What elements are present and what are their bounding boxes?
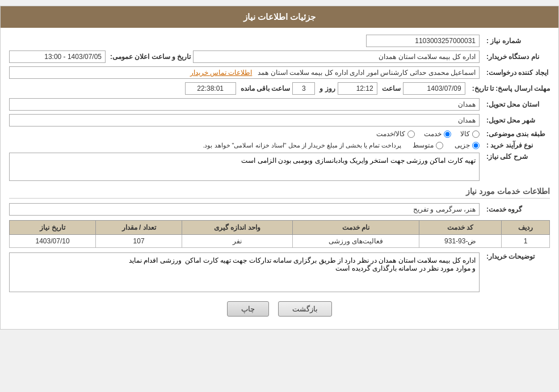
category-khadamat-radio[interactable]: [444, 130, 451, 138]
announce-label: تاریخ و ساعت اعلان عمومی:: [108, 53, 191, 61]
creator-value: اسماعیل محمدی حداثی کارشناس امور اداری ا…: [9, 66, 480, 79]
category-radio-group: کالا خدمت کالا/خدمت: [9, 130, 480, 138]
table-cell-date: 1403/07/10: [10, 235, 96, 248]
creator-label: ایجاد کننده درخواست:: [482, 69, 550, 77]
category-label: طبقه بندی موضوعی:: [482, 130, 550, 138]
need-number-value: 1103003257000031: [366, 35, 480, 47]
purchase-motavasset-radio[interactable]: [436, 142, 443, 149]
services-section-title: اطلاعات خدمات مورد نیاز: [9, 187, 550, 199]
table-cell-name: فعالیت‌های ورزشی: [292, 235, 419, 248]
need-number-label: شماره نیاز :: [482, 37, 550, 45]
table-cell-code: ض-93-931: [419, 235, 502, 248]
purchase-type-group: جزیی متوسط پرداخت تمام یا بخشی از مبلغ خ…: [9, 141, 480, 149]
buyer-org-value: اداره کل بیمه سلامت استان همدان: [193, 50, 480, 63]
province-label: استان محل تحویل:: [482, 100, 550, 108]
send-time-value: 12:12: [338, 82, 377, 95]
buyer-org-label: نام دستگاه خریدار:: [482, 53, 550, 61]
send-days-label: روز و: [317, 85, 335, 92]
description-label: شرح کلی نیاز:: [482, 153, 550, 161]
purchase-jozii-label: جزیی: [455, 141, 470, 149]
service-group-label: گروه خدمت:: [482, 205, 550, 213]
creator-contact-link[interactable]: اطلاعات تماس خریدار: [190, 69, 253, 77]
col-name: نام خدمت: [292, 221, 419, 235]
category-kala-khadamat-radio[interactable]: [407, 130, 415, 138]
purchase-type-label: نوع فرآیند خرید :: [482, 141, 550, 149]
category-kala-khadamat-item[interactable]: کالا/خدمت: [376, 130, 415, 138]
buyer-notes-textarea[interactable]: [9, 252, 480, 292]
category-kala-radio[interactable]: [472, 130, 480, 138]
back-button[interactable]: بازگشت: [278, 301, 332, 317]
table-cell-unit: نفر: [182, 235, 293, 248]
category-kala-khadamat-label: کالا/خدمت: [376, 130, 405, 138]
category-khadamat-label: خدمت: [424, 130, 442, 138]
service-group-value: هنر، سرگرمی و تفریح: [9, 203, 480, 216]
services-table: ردیف کد خدمت نام خدمت واحد اندازه گیری ت…: [9, 220, 550, 248]
col-date: تاریخ نیاز: [10, 221, 96, 235]
table-row: 1ض-93-931فعالیت‌های ورزشینفر1071403/07/1…: [10, 235, 550, 248]
send-time-label: ساعت: [380, 85, 401, 92]
province-value: همدان: [9, 98, 480, 111]
col-unit: واحد اندازه گیری: [182, 221, 293, 235]
send-remaining-label: ساعت باقی مانده: [238, 85, 291, 92]
purchase-text: پرداخت تمام یا بخشی از مبلغ خریدار از مح…: [203, 142, 401, 149]
category-kala-label: کالا: [460, 130, 470, 138]
print-button[interactable]: چاپ: [227, 301, 269, 317]
announce-value: 1403/07/05 - 13:00: [9, 50, 106, 63]
bottom-buttons: بازگشت چاپ: [9, 301, 550, 317]
buyer-notes-label: توضیحات خریدار:: [482, 252, 550, 260]
category-kala-item[interactable]: کالا: [460, 130, 480, 138]
category-khadamat-item[interactable]: خدمت: [424, 130, 451, 138]
description-textarea[interactable]: [9, 153, 480, 181]
services-table-section: ردیف کد خدمت نام خدمت واحد اندازه گیری ت…: [9, 220, 550, 248]
purchase-motavasset-label: متوسط: [413, 141, 434, 149]
send-date-value: 1403/07/09: [403, 82, 465, 95]
send-days-value: 3: [292, 82, 315, 95]
col-count: تعداد / مقدار: [96, 221, 182, 235]
purchase-motavasset-item[interactable]: متوسط: [413, 141, 443, 149]
page-title: جزئیات اطلاعات نیاز: [1, 6, 558, 28]
send-date-label: مهلت ارسال پاسخ: تا تاریخ:: [468, 85, 550, 92]
purchase-jozii-radio[interactable]: [472, 142, 480, 149]
col-code: کد خدمت: [419, 221, 502, 235]
table-cell-count: 107: [96, 235, 182, 248]
send-remaining-value: 22:38:01: [185, 82, 236, 95]
table-cell-row: 1: [502, 235, 550, 248]
col-row: ردیف: [502, 221, 550, 235]
city-label: شهر محل تحویل:: [482, 116, 550, 124]
city-value: همدان: [9, 114, 480, 127]
purchase-jozii-item[interactable]: جزیی: [455, 141, 480, 149]
